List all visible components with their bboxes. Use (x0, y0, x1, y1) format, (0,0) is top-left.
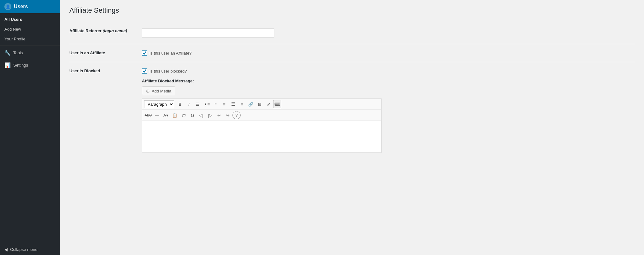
fullscreen-button[interactable]: ⤢ (264, 100, 272, 108)
sidebar-settings-label: Settings (13, 63, 28, 68)
sidebar-item-all-users[interactable]: All Users (0, 15, 60, 24)
bold-button[interactable]: B (176, 100, 184, 108)
affiliate-referrer-cell (139, 22, 635, 44)
horizontal-line-button[interactable]: — (153, 111, 161, 119)
editor-toolbar-row1: Paragraph Heading 1 Heading 2 B I ☰ ⋮≡ ❝… (142, 99, 381, 110)
increase-indent-button[interactable]: |▷ (206, 111, 214, 119)
affiliate-referrer-label: Affiliate Referrer (login name) (69, 22, 139, 44)
align-center-button[interactable]: ☰ (229, 100, 237, 108)
format-select[interactable]: Paragraph Heading 1 Heading 2 (144, 100, 174, 108)
affiliate-referrer-input[interactable] (142, 28, 274, 38)
blockquote-button[interactable]: ❝ (211, 100, 220, 108)
sidebar-users-header[interactable]: 👤 Users (0, 0, 60, 13)
affiliate-referrer-italic: (login name) (103, 28, 127, 33)
horizontal-rule-button[interactable]: ⊟ (255, 100, 264, 108)
link-button[interactable]: 🔗 (247, 100, 255, 108)
undo-button[interactable]: ↩ (215, 111, 223, 119)
sidebar: 👤 Users All Users Add New Your Profile 🔧… (0, 0, 60, 255)
collapse-menu-button[interactable]: ◀ Collapse menu (0, 244, 60, 255)
affiliate-referrer-row: Affiliate Referrer (login name) (69, 22, 635, 44)
paste-as-text-button[interactable]: 📋 (171, 111, 179, 119)
sidebar-item-add-new[interactable]: Add New (0, 24, 60, 34)
keyboard-shortcuts-button[interactable]: ⌨ (273, 100, 281, 108)
sidebar-tools-label: Tools (13, 50, 23, 55)
align-left-button[interactable]: ≡ (220, 100, 228, 108)
collapse-icon: ◀ (4, 247, 8, 252)
redo-button[interactable]: ↪ (224, 111, 232, 119)
is-affiliate-checkbox[interactable] (142, 50, 147, 56)
is-affiliate-cell: Is this user an Affiliate? (139, 44, 635, 62)
add-media-button[interactable]: ⊕ Add Media (142, 86, 175, 95)
editor-container: Paragraph Heading 1 Heading 2 B I ☰ ⋮≡ ❝… (142, 98, 382, 153)
settings-icon: 📊 (4, 62, 11, 68)
main-content: Affiliate Settings Affiliate Referrer (l… (60, 0, 644, 255)
sidebar-item-tools[interactable]: 🔧 Tools (0, 47, 60, 59)
decrease-indent-button[interactable]: ◁| (197, 111, 205, 119)
unordered-list-button[interactable]: ☰ (194, 100, 202, 108)
clear-formatting-button[interactable]: 🏷 (179, 111, 188, 119)
editor-body[interactable] (142, 121, 381, 152)
italic-button[interactable]: I (185, 100, 193, 108)
blocked-message-section: Affiliate Blocked Message: ⊕ Add Media P… (142, 79, 631, 153)
sidebar-divider-1 (0, 45, 60, 45)
wrench-icon: 🔧 (4, 50, 11, 56)
is-blocked-checkbox-label: Is this user blocked? (149, 69, 187, 74)
is-blocked-row: User is Blocked Is this user blocked? Af… (69, 62, 635, 159)
help-button[interactable]: ? (232, 111, 241, 119)
settings-table: Affiliate Referrer (login name) User is … (69, 22, 635, 159)
strikethrough-button[interactable]: ABC (144, 111, 152, 119)
special-char-button[interactable]: Ω (188, 111, 196, 119)
is-blocked-label: User is Blocked (69, 62, 139, 159)
align-right-button[interactable]: ≡ (238, 100, 246, 108)
blocked-message-label: Affiliate Blocked Message: (142, 79, 631, 83)
is-blocked-checkbox[interactable] (142, 68, 147, 74)
user-icon: 👤 (4, 3, 11, 10)
editor-toolbar-row2: ABC — A▾ 📋 🏷 Ω ◁| |▷ ↩ ↪ ? (142, 110, 381, 121)
is-affiliate-checkbox-label: Is this user an Affiliate? (149, 51, 191, 56)
add-media-icon: ⊕ (146, 88, 150, 93)
text-color-button[interactable]: A▾ (162, 111, 170, 119)
is-blocked-checkbox-row: Is this user blocked? (142, 68, 631, 74)
add-media-label: Add Media (152, 89, 171, 93)
is-affiliate-row: User is an Affiliate Is this user an Aff… (69, 44, 635, 62)
sidebar-item-your-profile[interactable]: Your Profile (0, 34, 60, 44)
is-affiliate-checkbox-row: Is this user an Affiliate? (142, 50, 631, 56)
page-title: Affiliate Settings (69, 6, 635, 15)
sidebar-title: Users (14, 4, 28, 9)
sidebar-nav: All Users Add New Your Profile (0, 13, 60, 44)
sidebar-item-settings[interactable]: 📊 Settings (0, 59, 60, 71)
is-blocked-cell: Is this user blocked? Affiliate Blocked … (139, 62, 635, 159)
is-affiliate-label: User is an Affiliate (69, 44, 139, 62)
collapse-label: Collapse menu (10, 247, 38, 252)
ordered-list-button[interactable]: ⋮≡ (202, 100, 211, 108)
